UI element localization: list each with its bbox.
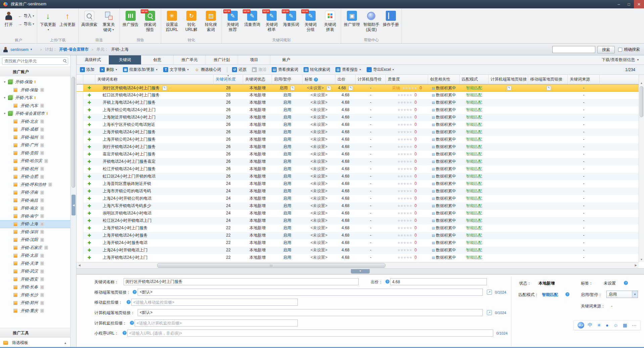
action-button[interactable]: ▶ 激活 <box>252 67 266 72</box>
collapse-arrow-icon[interactable]: ▼ <box>3 112 8 115</box>
bid-cell[interactable]: 4.68 ✎ <box>335 85 356 91</box>
add-keyword-cell[interactable]: ✚ <box>83 92 95 99</box>
keyword-name-cell[interactable]: 虹口区24小时上门开锁的电话 <box>95 173 214 180</box>
ribbon-button[interactable]: NEW 搜索词 报告 <box>140 8 160 35</box>
tag-cell[interactable]: <未设置> <box>303 217 335 225</box>
plus-icon[interactable]: ✚ <box>88 166 91 171</box>
action-button[interactable]: ↺ 还原 <box>232 67 246 72</box>
keyboard-icon[interactable]: ▦ <box>623 322 627 328</box>
tag-cell[interactable]: <未设置> <box>303 180 335 188</box>
tag-cell[interactable]: <未设置> <box>303 99 335 106</box>
collapse-detail-button[interactable]: ▼ <box>351 269 370 274</box>
action-button[interactable]: ▤ 查看搜索词 <box>272 67 298 72</box>
column-header[interactable]: 匹配模式 <box>460 75 489 84</box>
bid-cell[interactable]: 4.68 <box>335 239 356 247</box>
tag-cell[interactable]: <未设置> <box>303 151 335 158</box>
add-keyword-cell[interactable]: ✚ <box>83 114 95 121</box>
edit-icon[interactable]: ✎ <box>327 86 331 90</box>
keyword-name-cell[interactable]: 上海汽车开锁电话号码多少 <box>95 202 214 210</box>
match-mode-value[interactable]: 智能匹配 <box>542 291 558 298</box>
more-icon[interactable]: ⋯ <box>632 322 637 328</box>
collapse-up-icon[interactable]: ▲ <box>64 341 67 345</box>
tag-cell[interactable]: <未设置> <box>303 165 335 173</box>
ribbon-button[interactable]: ▣ 推广管理 <box>342 8 362 35</box>
keyword-name-cell[interactable]: 上海开锁公司电话24小时上门 <box>95 106 214 114</box>
match-mode-cell[interactable]: 智能匹配 <box>460 173 489 180</box>
add-keyword-cell[interactable]: ✚ <box>83 239 95 247</box>
plus-icon[interactable]: ✚ <box>88 137 91 142</box>
pc-landing-cell[interactable] <box>489 92 528 99</box>
keyword-name-cell[interactable]: 上海附近开锁电话24小时上门 <box>95 114 214 121</box>
enable-pause-cell[interactable]: 启用 <box>272 247 303 254</box>
column-header[interactable]: 质量度 <box>386 75 428 84</box>
accounts-section-header[interactable]: 推广账户 <box>0 67 70 76</box>
help-icon[interactable]: ? <box>130 321 134 325</box>
action-button[interactable]: ▥ 查看报告 ▼ <box>335 67 361 72</box>
detail-bid-input[interactable] <box>390 278 487 285</box>
unit-row[interactable]: 开锁-长春 0 <box>0 283 70 291</box>
ribbon-button[interactable]: ✳ 设置追 踪URL <box>162 8 182 35</box>
enable-pause-cell[interactable]: 启用 ✎ <box>272 85 303 91</box>
bid-cell[interactable]: 4.68 <box>335 232 356 239</box>
import-button[interactable]: ← 导入 ▼ <box>16 12 36 20</box>
unit-row[interactable]: 开锁-郑州 0 <box>0 299 70 307</box>
mobile-landing-cell[interactable] <box>528 165 568 173</box>
breadcrumb-plan[interactable]: 开锁-省会直辖市 <box>59 47 89 52</box>
tag-cell[interactable]: <未设置> <box>303 136 335 143</box>
add-keyword-cell[interactable]: ✚ <box>83 85 95 91</box>
unit-row[interactable]: 开锁-呼和浩特 0 <box>0 181 70 189</box>
unit-row[interactable]: 开锁-广州 0 <box>0 141 70 149</box>
match-mode-cell[interactable]: 智能匹配 <box>460 129 489 136</box>
add-keyword-cell[interactable]: ✚ <box>83 254 95 261</box>
pc-landing-cell[interactable] <box>489 232 528 239</box>
table-row[interactable]: ✚ 上海开锁24小时上门服务 22 本地新增 启用 <未设置> <box>77 225 639 232</box>
sidebar-scrollbar[interactable]: ◀ <box>71 55 77 348</box>
keyword-name-cell[interactable]: 开锁上海电话24小时上门服务 <box>95 99 214 106</box>
table-row[interactable]: ✚ 上海开锁电话24小时服务 22 本地新增 启用 <未设置> <box>77 232 639 239</box>
ribbon-button[interactable]: 重复关 键词▼ <box>99 8 119 35</box>
unit-row[interactable]: 开锁-上海 0 <box>0 220 70 228</box>
pc-landing-cell[interactable] <box>489 254 528 261</box>
match-mode-cell[interactable]: 智能匹配 <box>460 225 489 232</box>
table-row[interactable]: ✚ 虹口区开锁电话24小时上门服务 28 本地新增 启用 <未设置> <box>77 92 639 99</box>
contacts-icon[interactable]: ☺ <box>613 322 618 328</box>
enable-pause-cell[interactable]: 启用 <box>272 188 303 195</box>
enable-pause-cell[interactable]: 启用 <box>272 195 303 202</box>
ribbon-button[interactable]: 操作手册 <box>381 8 401 35</box>
unit-row[interactable]: 开锁-南宁 0 <box>0 212 70 220</box>
match-mode-cell[interactable]: 智能匹配 <box>460 165 489 173</box>
ribbon-button[interactable]: ↑ 上传更新 <box>58 8 77 35</box>
bid-cell[interactable]: 4.68 <box>335 225 356 232</box>
pc-landing-cell[interactable] <box>489 158 528 165</box>
tab[interactable]: 账户 <box>270 55 302 64</box>
mobile-landing-cell[interactable] <box>528 106 568 114</box>
bid-cell[interactable]: 4.68 <box>335 106 356 114</box>
enable-pause-cell[interactable]: 启用 <box>272 210 303 217</box>
enable-pause-cell[interactable]: 启用 <box>272 121 303 129</box>
table-row[interactable]: ✚ 上海开锁24小时服务电话 22 本地新增 启用 <未设置> <box>77 239 639 247</box>
open-link-icon[interactable]: ↗ <box>487 290 492 295</box>
tag-cell[interactable]: <未设置> <box>303 121 335 129</box>
exact-search-checkbox[interactable] <box>618 48 622 52</box>
pc-landing-cell[interactable] <box>489 114 528 121</box>
unit-row[interactable]: 开锁-北京 0 <box>0 118 70 126</box>
table-row[interactable]: ✚ 上海普陀区曹杨路附近开锁 24 本地新增 启用 <未设置> <box>77 180 639 188</box>
mobile-landing-cell[interactable] <box>528 92 568 99</box>
mobile-landing-cell[interactable] <box>528 143 568 151</box>
unit-row[interactable]: 开锁-武汉 0 <box>0 267 70 276</box>
enable-pause-cell[interactable]: 启用 <box>272 114 303 121</box>
unit-row[interactable]: 开锁-太原 0 <box>0 252 70 260</box>
pc-landing-cell[interactable] <box>489 247 528 254</box>
plus-icon[interactable]: ✚ <box>88 255 91 260</box>
bid-cell[interactable]: 4.68 <box>335 165 356 173</box>
match-mode-cell[interactable]: 智能匹配 <box>460 106 489 114</box>
keyword-name-cell[interactable]: 闵行开锁电话24小时上门服务 <box>95 143 214 151</box>
voice-icon[interactable]: ● <box>606 322 608 328</box>
unit-row[interactable]: 开锁-西安 0 <box>0 276 70 284</box>
enable-pause-cell[interactable]: 启用 <box>272 165 303 173</box>
tab[interactable]: 推广单元 <box>173 55 205 64</box>
mobile-landing-cell[interactable] <box>528 99 568 106</box>
scroll-down-icon[interactable]: ▼ <box>639 257 644 262</box>
table-row[interactable]: ✚ 松江开锁电话24小时上门服务 26 本地新增 启用 <未设置> <box>77 165 639 173</box>
tag-cell[interactable]: <未设置> <box>303 232 335 239</box>
